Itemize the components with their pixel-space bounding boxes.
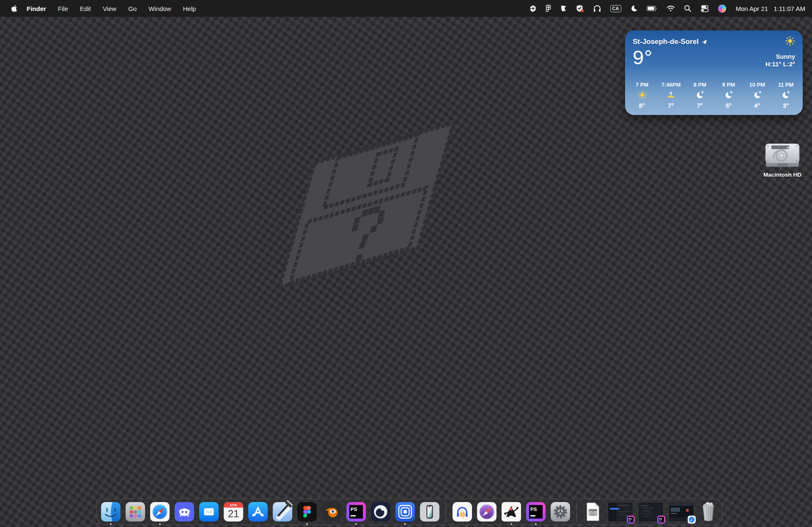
hourly-cell: 8 PM 7° — [691, 82, 709, 109]
dock-trash-full[interactable] — [699, 502, 718, 522]
hour-temp: 4° — [754, 102, 760, 109]
running-indicator — [404, 523, 406, 525]
headphones-icon[interactable] — [593, 4, 601, 13]
menu-item-view[interactable]: View — [103, 5, 116, 12]
moon-icon — [752, 90, 762, 100]
sun-icon — [637, 90, 647, 100]
weather-condition-icon — [785, 36, 795, 48]
dock-calendar[interactable]: APR 21 — [224, 502, 243, 522]
hour-temp: 8° — [639, 102, 645, 109]
input-source-badge[interactable]: CA — [610, 5, 621, 12]
running-indicator — [159, 523, 161, 525]
dock-app-store[interactable] — [248, 502, 268, 522]
desktop-icon-macintosh-hd[interactable]: Macintosh HD — [751, 142, 812, 178]
phpstorm-label: PS — [351, 507, 357, 512]
dock-phpstorm-2[interactable]: PS — [526, 502, 546, 522]
focus-moon-icon[interactable] — [630, 4, 638, 13]
spotlight-search-icon[interactable] — [684, 4, 691, 13]
clock-date: Mon Apr 21 — [736, 5, 768, 12]
moon-icon — [695, 90, 705, 100]
hour-temp: 5° — [725, 102, 731, 109]
hour-label: 11 PM — [778, 82, 794, 88]
hour-temp: 3° — [783, 102, 789, 109]
dock-discord[interactable] — [175, 502, 194, 522]
hour-label: 9 PM — [722, 82, 735, 88]
hourly-cell: 11 PM 3° — [776, 82, 795, 109]
floppy-disk-wallpaper-art — [237, 97, 558, 317]
dock-minimized-phpstorm-window-2[interactable]: PS — [638, 502, 664, 522]
running-indicator — [510, 523, 512, 525]
dock-system-settings[interactable] — [551, 502, 570, 522]
calendar-day: 21 — [228, 508, 239, 519]
phpstorm-badge-icon: PS — [657, 516, 665, 524]
menu-item-edit[interactable]: Edit — [80, 5, 91, 12]
dock-blender[interactable] — [322, 502, 341, 522]
hourly-cell: 9 PM 5° — [719, 82, 738, 109]
dock-figma[interactable] — [297, 502, 317, 522]
svg-text:PS: PS — [659, 518, 662, 520]
dock-mail[interactable] — [199, 502, 219, 522]
menu-item-help[interactable]: Help — [183, 5, 196, 12]
moon-icon — [781, 90, 790, 100]
hour-temp: 7° — [697, 102, 703, 109]
svg-text:PS: PS — [628, 518, 632, 520]
location-arrow-icon — [702, 39, 707, 45]
dock-launchpad[interactable] — [126, 502, 145, 522]
running-indicator — [306, 523, 308, 525]
desktop: Finder File Edit View Go Window Help — [0, 0, 812, 527]
running-indicator — [110, 523, 112, 525]
hourly-cell: 10 PM 4° — [748, 82, 766, 109]
dock-obs-studio[interactable] — [371, 502, 390, 522]
dock-disk-image-file[interactable] — [583, 502, 603, 522]
weather-high-low: H:11° L:2° — [765, 60, 795, 68]
angular-badge-icon[interactable] — [560, 4, 567, 13]
siri-icon[interactable] — [718, 5, 726, 13]
dock-separator — [576, 502, 577, 522]
calendar-month: APR — [230, 503, 237, 507]
battery-icon[interactable] — [647, 4, 658, 13]
dock-audacity[interactable] — [453, 502, 472, 522]
running-indicator — [355, 523, 357, 525]
dock-minimized-phpstorm-window-1[interactable]: PS — [608, 502, 633, 522]
figma-icon[interactable] — [546, 4, 551, 13]
hour-label: 7:46PM — [661, 82, 681, 88]
safari-badge-icon — [688, 516, 696, 524]
phpstorm-label: PS — [530, 507, 537, 512]
running-indicator — [535, 523, 537, 525]
clock-time: 1:11:07 AM — [774, 5, 805, 12]
dock-safari-technology-preview[interactable] — [477, 502, 497, 522]
dock-screen-studio[interactable] — [395, 502, 415, 522]
control-center-icon[interactable] — [700, 4, 709, 13]
app-cube-arrow-icon[interactable] — [529, 4, 537, 13]
hour-label: 10 PM — [749, 82, 765, 88]
hourly-cell: 7 PM 8° — [633, 82, 651, 109]
dock-finder[interactable] — [101, 502, 121, 522]
shield-check-icon[interactable] — [576, 4, 584, 13]
menu-item-file[interactable]: File — [58, 5, 68, 12]
wifi-icon[interactable] — [667, 4, 675, 13]
dock-iphone-mirroring[interactable] — [420, 502, 439, 522]
menu-bar-clock[interactable]: Mon Apr 21 1:11:07 AM — [736, 5, 806, 12]
weather-hourly-forecast: 7 PM 8° 7:46PM — [633, 82, 795, 109]
weather-temperature: 9° — [633, 47, 653, 68]
hourly-cell: 7:46PM 7° — [661, 82, 681, 109]
dock-safari[interactable] — [150, 502, 170, 522]
weather-location: St-Joseph-de-Sorel — [633, 38, 699, 46]
weather-widget[interactable]: St-Joseph-de-Sorel 9° Sunny H:11° L:2 — [625, 30, 803, 115]
apple-menu[interactable] — [11, 4, 17, 13]
hour-label: 8 PM — [694, 82, 706, 88]
menu-item-go[interactable]: Go — [128, 5, 137, 12]
dock-java-duke-app[interactable] — [502, 502, 521, 522]
menu-bar: Finder File Edit View Go Window Help — [0, 0, 812, 17]
dock: APR 21 — [96, 499, 722, 525]
dock-phpstorm[interactable]: PS — [346, 502, 366, 522]
volume-label: Macintosh HD — [763, 172, 801, 178]
active-app-name[interactable]: Finder — [27, 5, 46, 12]
hard-drive-icon — [764, 142, 801, 169]
dock-minimized-safari-window[interactable] — [669, 502, 694, 522]
dock-xcode[interactable] — [273, 502, 292, 522]
moon-icon — [724, 90, 733, 100]
sunset-icon — [666, 90, 676, 100]
menu-item-window[interactable]: Window — [148, 5, 171, 12]
hour-label: 7 PM — [636, 82, 648, 88]
